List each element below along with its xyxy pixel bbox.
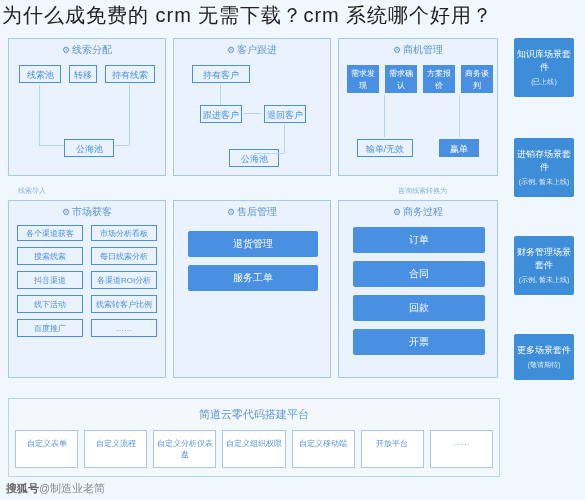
card-finance: 财务管理场景套件 (示例, 暂未上线): [514, 236, 574, 295]
panel-title: 线索分配: [9, 39, 165, 61]
it-convert: 线索转客户比例: [91, 295, 157, 313]
label-convert: 咨询线索转换为: [398, 186, 447, 196]
panel-aftersale: 售后管理 退货管理 服务工单: [173, 200, 331, 378]
it-baidu: 百度推广: [17, 319, 83, 337]
wm-author: @制造业老简: [39, 482, 105, 494]
card-title: 进销存场景套件: [517, 148, 571, 174]
hdr-channels: 各个渠道获客: [17, 225, 83, 241]
item-mobile: 自定义移动端: [292, 430, 355, 468]
platform-items-row: 自定义表单 自定义流程 自定义分析仪表盘 自定义组织权限 自定义移动端 开放平台…: [8, 430, 500, 477]
btn-contract: 合同: [353, 261, 485, 287]
box-hold-cust: 持有客户: [192, 65, 250, 83]
label-lead-import: 线索导入: [18, 186, 46, 196]
panel-marketing: 市场获客 各个渠道获客 市场分析看板 搜索线索 每日线索分析 抖音渠道 各渠道R…: [8, 200, 166, 378]
panel-title: 商务过程: [339, 201, 497, 223]
it-search: 搜索线索: [17, 247, 83, 265]
box-hold-lead: 持有线索: [105, 65, 155, 83]
btn-payment: 回款: [353, 295, 485, 321]
box-follow: 跟进客户: [200, 105, 242, 123]
card-title: 知识库场景套件: [517, 48, 571, 74]
box-need-find: 需求发现: [347, 65, 379, 93]
box-need-confirm: 需求确认: [385, 65, 417, 93]
card-sub: (敬请期待): [517, 360, 571, 370]
item-etc: ……: [430, 430, 493, 468]
page-title: 为什么成免费的 crm 无需下载？crm 系统哪个好用？: [2, 2, 493, 29]
card-knowledge: 知识库场景套件 (已上线): [514, 38, 574, 97]
card-title: 财务管理场景套件: [517, 246, 571, 272]
btn-return: 退货管理: [188, 231, 318, 257]
panel-title: 市场获客: [9, 201, 165, 223]
it-roi: 各渠道ROI分析: [91, 271, 157, 289]
box-transfer: 转移: [69, 65, 97, 83]
box-sea-pool2: 公海池: [229, 149, 279, 167]
platform-title: 简道云零代码搭建平台: [9, 399, 499, 430]
item-flow: 自定义流程: [84, 430, 147, 468]
card-sub: (示例, 暂未上线): [517, 177, 571, 187]
box-lead-pool: 线索池: [19, 65, 61, 83]
it-douyin: 抖音渠道: [17, 271, 83, 289]
box-solution: 方案报价: [423, 65, 455, 93]
item-perm: 自定义组织权限: [222, 430, 285, 468]
wm-src: 搜狐号: [6, 482, 39, 494]
box-lose: 输单/无效: [357, 139, 413, 157]
panel-title: 客户跟进: [174, 39, 330, 61]
box-sea-pool: 公海池: [64, 139, 114, 157]
box-win: 赢单: [439, 139, 479, 157]
it-offline: 线下活动: [17, 295, 83, 313]
btn-invoice: 开票: [353, 329, 485, 355]
hdr-dashboard: 市场分析看板: [91, 225, 157, 241]
item-open: 开放平台: [361, 430, 424, 468]
it-daily: 每日线索分析: [91, 247, 157, 265]
btn-order: 订单: [353, 227, 485, 253]
diagram-canvas: 为什么成免费的 crm 无需下载？crm 系统哪个好用？ 线索分配 线索池 转移…: [0, 0, 585, 500]
panel-title: 售后管理: [174, 201, 330, 223]
box-negotiate: 商务谈判: [461, 65, 493, 93]
card-sub: (示例, 暂未上线): [517, 275, 571, 285]
it-more: ……: [91, 319, 157, 337]
platform-items: 自定义表单 自定义流程 自定义分析仪表盘 自定义组织权限 自定义移动端 开放平台…: [9, 430, 499, 476]
panel-opportunity: 商机管理 需求发现 需求确认 方案报价 商务谈判 输单/无效 赢单: [338, 38, 498, 176]
card-sub: (已上线): [517, 77, 571, 87]
card-title: 更多场景套件: [517, 344, 571, 357]
panel-customer-follow: 客户跟进 持有客户 跟进客户 退回客户 公海池: [173, 38, 331, 176]
panel-business: 商务过程 订单 合同 回款 开票: [338, 200, 498, 378]
card-inventory: 进销存场景套件 (示例, 暂未上线): [514, 138, 574, 197]
item-dashboard: 自定义分析仪表盘: [153, 430, 216, 468]
watermark: 搜狐号@制造业老简: [6, 481, 105, 496]
platform-bar: 简道云零代码搭建平台: [8, 398, 500, 431]
box-return: 退回客户: [264, 105, 306, 123]
panel-lead-assign: 线索分配 线索池 转移 持有线索 公海池: [8, 38, 166, 176]
btn-ticket: 服务工单: [188, 265, 318, 291]
panel-title: 商机管理: [339, 39, 497, 61]
card-more: 更多场景套件 (敬请期待): [514, 334, 574, 380]
item-form: 自定义表单: [15, 430, 78, 468]
